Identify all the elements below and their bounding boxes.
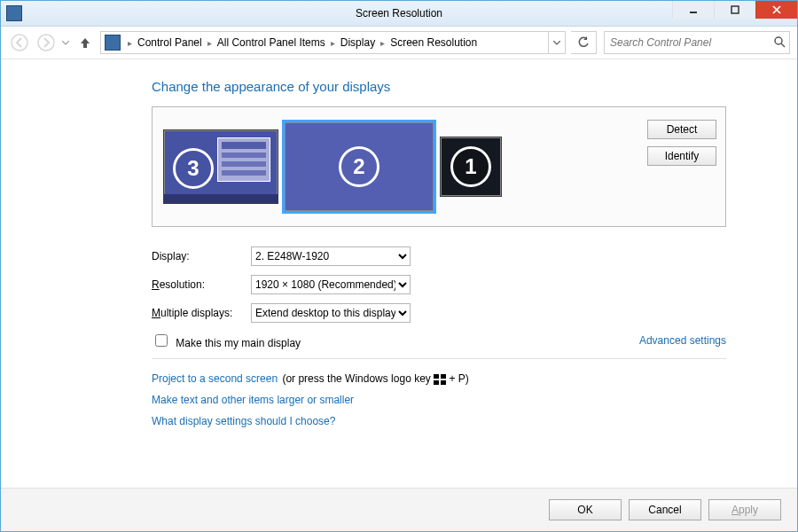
resolution-label: Resolution: (152, 278, 251, 291)
minimize-button[interactable] (672, 1, 714, 19)
detect-button[interactable]: Detect (647, 120, 716, 139)
monitors: 3 2 1 (163, 120, 502, 214)
history-dropdown[interactable] (61, 31, 70, 54)
monitor-1[interactable]: 1 (440, 137, 502, 197)
display-arrangement[interactable]: 3 2 1 Detect Identify (152, 106, 726, 227)
monitor-number: 1 (450, 146, 491, 187)
make-text-larger-link[interactable]: Make text and other items larger or smal… (152, 394, 354, 406)
maximize-icon (731, 5, 739, 14)
breadcrumb-sep: ▸ (329, 38, 337, 48)
main-display-label: Make this my main display (176, 337, 301, 349)
ok-button[interactable]: OK (549, 499, 622, 520)
close-button[interactable] (755, 1, 797, 19)
search-icon (773, 35, 786, 51)
content: Change the appearance of your displays 3… (1, 59, 797, 432)
refresh-button[interactable] (571, 31, 597, 54)
breadcrumb-item[interactable]: All Control Panel Items (214, 36, 329, 49)
monitor-3[interactable]: 3 (163, 129, 278, 204)
project-line: Project to a second screen (or press the… (152, 368, 726, 389)
window-buttons (672, 1, 797, 19)
address-bar[interactable]: ▸ Control Panel ▸ All Control Panel Item… (100, 31, 566, 54)
svg-point-4 (12, 35, 27, 51)
display-select[interactable]: 2. E248W-1920 (251, 246, 411, 266)
multiple-displays-label: Multiple displays: (152, 307, 251, 319)
breadcrumb-sep: ▸ (126, 38, 134, 48)
resolution-select[interactable]: 1920 × 1080 (Recommended) (251, 275, 411, 294)
search-input[interactable] (608, 35, 770, 50)
search-box[interactable] (604, 31, 790, 54)
up-button[interactable] (75, 33, 95, 52)
svg-point-5 (38, 35, 54, 51)
maximize-button[interactable] (714, 1, 755, 19)
close-icon (772, 5, 781, 14)
minimize-icon (689, 5, 698, 14)
refresh-icon (577, 36, 590, 49)
monitor-2-selected[interactable]: 2 (282, 120, 436, 214)
window: Screen Resolution ▸ (0, 0, 798, 532)
navbar: ▸ Control Panel ▸ All Control Panel Item… (1, 27, 797, 59)
identify-button[interactable]: Identify (647, 146, 716, 166)
address-dropdown[interactable] (548, 32, 565, 53)
svg-point-6 (775, 37, 782, 44)
breadcrumb-sep: ▸ (206, 38, 214, 48)
footer: OK Cancel Apply (1, 488, 797, 531)
control-panel-icon (105, 35, 121, 51)
monitor-number: 2 (339, 146, 379, 187)
display-label: Display: (152, 250, 251, 262)
taskbar-preview (217, 137, 270, 182)
forward-button[interactable] (35, 31, 58, 54)
back-icon (11, 34, 28, 51)
cancel-button[interactable]: Cancel (629, 499, 701, 520)
breadcrumb-item[interactable]: Display (337, 36, 379, 49)
which-settings-link[interactable]: What display settings should I choose? (152, 415, 335, 427)
breadcrumb-sep: ▸ (379, 38, 387, 48)
multiple-displays-select[interactable]: Extend desktop to this display (251, 303, 411, 323)
chevron-down-icon (553, 41, 560, 45)
svg-rect-1 (732, 6, 739, 13)
project-second-screen-link[interactable]: Project to a second screen (152, 372, 278, 385)
breadcrumb-item[interactable]: Control Panel (134, 36, 206, 49)
titlebar: Screen Resolution (1, 1, 797, 27)
up-arrow-icon (79, 36, 91, 49)
monitor-number: 3 (173, 148, 214, 189)
main-display-checkbox[interactable] (155, 334, 168, 347)
apply-button[interactable]: Apply (708, 499, 781, 520)
windows-logo-icon (434, 374, 446, 385)
svg-line-7 (781, 43, 785, 47)
forward-icon (37, 34, 55, 51)
page-title: Change the appearance of your displays (152, 79, 726, 94)
advanced-settings-link[interactable]: Advanced settings (639, 334, 726, 347)
back-button[interactable] (8, 31, 31, 54)
chevron-down-icon (62, 41, 69, 45)
breadcrumb-item[interactable]: Screen Resolution (387, 36, 481, 49)
